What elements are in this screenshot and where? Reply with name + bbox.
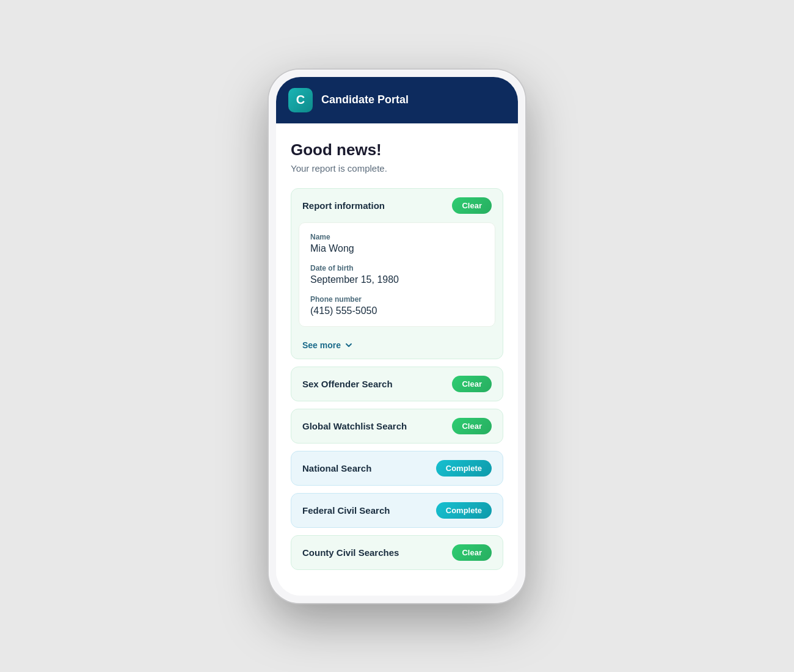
sex-offender-header: Sex Offender Search Clear bbox=[291, 367, 503, 401]
phone-inner: C Candidate Portal Good news! Your repor… bbox=[276, 77, 518, 596]
federal-civil-title: Federal Civil Search bbox=[302, 505, 390, 516]
report-card-header: Report information Clear bbox=[291, 189, 503, 222]
county-civil-badge: Clear bbox=[452, 544, 492, 561]
phone-shell: C Candidate Portal Good news! Your repor… bbox=[269, 70, 525, 603]
app-header: C Candidate Portal bbox=[276, 77, 518, 123]
national-search-badge: Complete bbox=[436, 460, 492, 477]
dob-value: September 15, 1980 bbox=[310, 274, 484, 285]
name-value: Mia Wong bbox=[310, 243, 484, 254]
greeting-subtitle: Your report is complete. bbox=[291, 163, 503, 173]
name-label: Name bbox=[310, 233, 484, 241]
national-search-header: National Search Complete bbox=[291, 451, 503, 485]
county-civil-title: County Civil Searches bbox=[302, 547, 399, 558]
sex-offender-title: Sex Offender Search bbox=[302, 379, 393, 389]
national-search-card: National Search Complete bbox=[291, 451, 503, 486]
phone-label: Phone number bbox=[310, 295, 484, 304]
dob-field: Date of birth September 15, 1980 bbox=[310, 264, 484, 285]
sex-offender-badge: Clear bbox=[452, 376, 492, 392]
see-more-text: See more bbox=[302, 340, 341, 350]
phone-field: Phone number (415) 555-5050 bbox=[310, 295, 484, 316]
see-more-button[interactable]: See more bbox=[291, 334, 503, 359]
report-information-card: Report information Clear Name Mia Wong D… bbox=[291, 188, 503, 359]
county-civil-header: County Civil Searches Clear bbox=[291, 536, 503, 569]
report-info-inner: Name Mia Wong Date of birth September 15… bbox=[299, 222, 495, 327]
report-card-title: Report information bbox=[302, 200, 385, 211]
global-watchlist-badge: Clear bbox=[452, 418, 492, 434]
federal-civil-header: Federal Civil Search Complete bbox=[291, 494, 503, 527]
app-logo-icon: C bbox=[288, 88, 313, 112]
federal-civil-badge: Complete bbox=[436, 502, 492, 519]
app-title: Candidate Portal bbox=[321, 93, 409, 106]
phone-value: (415) 555-5050 bbox=[310, 305, 484, 316]
main-content: Good news! Your report is complete. Repo… bbox=[276, 123, 518, 596]
county-civil-searches-card: County Civil Searches Clear bbox=[291, 535, 503, 570]
global-watchlist-header: Global Watchlist Search Clear bbox=[291, 409, 503, 443]
federal-civil-search-card: Federal Civil Search Complete bbox=[291, 493, 503, 528]
report-clear-badge: Clear bbox=[452, 197, 492, 214]
global-watchlist-title: Global Watchlist Search bbox=[302, 421, 407, 431]
dob-label: Date of birth bbox=[310, 264, 484, 272]
chevron-down-icon bbox=[344, 341, 353, 349]
global-watchlist-search-card: Global Watchlist Search Clear bbox=[291, 409, 503, 444]
sex-offender-search-card: Sex Offender Search Clear bbox=[291, 367, 503, 401]
name-field: Name Mia Wong bbox=[310, 233, 484, 254]
national-search-title: National Search bbox=[302, 463, 371, 473]
greeting-title: Good news! bbox=[291, 141, 503, 159]
